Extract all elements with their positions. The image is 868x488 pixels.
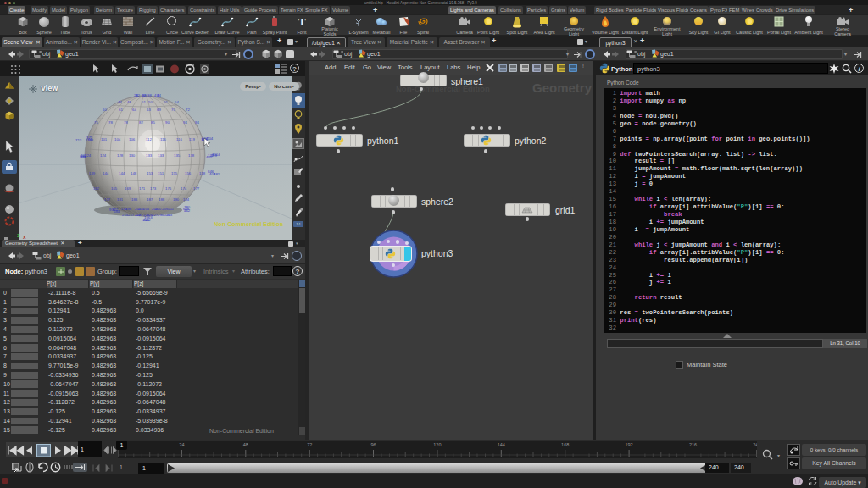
svg-text:171: 171 xyxy=(139,186,146,191)
svg-text:133: 133 xyxy=(158,153,164,158)
svg-text:44: 44 xyxy=(157,93,161,97)
svg-text:32: 32 xyxy=(136,93,140,97)
svg-text:240: 240 xyxy=(753,442,757,447)
svg-text:211: 211 xyxy=(168,207,174,211)
svg-text:190: 190 xyxy=(173,197,180,202)
svg-text:156: 156 xyxy=(185,171,192,175)
svg-text:70: 70 xyxy=(171,108,175,112)
svg-text:158: 158 xyxy=(199,171,206,175)
svg-text:128: 128 xyxy=(117,153,124,158)
svg-text:608: 608 xyxy=(183,207,190,211)
svg-text:135: 135 xyxy=(174,153,181,158)
svg-text:63: 63 xyxy=(147,108,151,112)
svg-text:120: 120 xyxy=(433,442,441,447)
svg-text:188: 188 xyxy=(159,197,165,202)
svg-text:96: 96 xyxy=(370,442,376,447)
svg-text:155: 155 xyxy=(171,171,178,175)
svg-text:144: 144 xyxy=(103,171,109,175)
svg-text:116: 116 xyxy=(176,137,182,141)
svg-text:124: 124 xyxy=(100,153,107,158)
svg-text:1042: 1042 xyxy=(142,218,151,222)
svg-text:176: 176 xyxy=(165,186,172,191)
svg-text:144: 144 xyxy=(119,171,125,175)
svg-text:104: 104 xyxy=(114,137,121,141)
svg-text:177: 177 xyxy=(104,197,111,202)
svg-text:139: 139 xyxy=(89,171,96,175)
svg-text:153: 153 xyxy=(147,171,153,175)
svg-text:85: 85 xyxy=(151,120,155,125)
svg-text:204: 204 xyxy=(143,207,150,211)
svg-text:405: 405 xyxy=(206,155,213,159)
svg-text:106: 106 xyxy=(129,137,136,141)
svg-text:72: 72 xyxy=(307,442,312,447)
svg-text:181: 181 xyxy=(117,197,124,202)
svg-text:48: 48 xyxy=(243,442,248,447)
svg-text:101: 101 xyxy=(101,137,108,141)
svg-text:223: 223 xyxy=(136,213,143,217)
svg-text:173: 173 xyxy=(150,186,157,191)
svg-text:94: 94 xyxy=(183,120,187,125)
svg-text:181: 181 xyxy=(214,172,220,176)
svg-text:69: 69 xyxy=(157,108,161,112)
svg-text:61: 61 xyxy=(119,108,123,112)
svg-text:198: 198 xyxy=(125,207,132,211)
svg-text:148: 148 xyxy=(131,171,137,175)
svg-text:55: 55 xyxy=(164,100,168,104)
svg-text:144: 144 xyxy=(498,442,505,447)
svg-text:138: 138 xyxy=(188,153,195,158)
svg-text:177: 177 xyxy=(193,186,200,191)
svg-text:640: 640 xyxy=(80,154,86,158)
svg-text:38: 38 xyxy=(147,93,152,97)
svg-text:64: 64 xyxy=(132,108,136,112)
svg-text:151: 151 xyxy=(158,171,164,175)
svg-text:183: 183 xyxy=(131,197,138,202)
svg-text:233: 233 xyxy=(166,213,173,217)
svg-text:78: 78 xyxy=(124,120,128,125)
svg-text:24: 24 xyxy=(179,442,184,447)
svg-text:713: 713 xyxy=(75,138,82,142)
svg-text:82: 82 xyxy=(139,120,143,125)
svg-text:116: 116 xyxy=(160,137,166,141)
svg-text:217: 217 xyxy=(128,213,135,217)
svg-text:162: 162 xyxy=(93,186,100,191)
svg-text:36: 36 xyxy=(142,93,147,97)
svg-text:90: 90 xyxy=(165,120,170,125)
svg-text:210: 210 xyxy=(155,207,162,211)
svg-text:169: 169 xyxy=(125,186,131,191)
svg-text:72: 72 xyxy=(186,108,190,112)
svg-text:187: 187 xyxy=(147,197,153,202)
svg-text:192: 192 xyxy=(626,442,633,447)
svg-text:78: 78 xyxy=(108,120,113,125)
svg-text:194: 194 xyxy=(183,197,190,202)
svg-text:54: 54 xyxy=(175,100,179,104)
svg-text:133: 133 xyxy=(146,153,153,158)
svg-text:174: 174 xyxy=(181,186,187,191)
svg-text:130: 130 xyxy=(129,153,136,158)
svg-text:230: 230 xyxy=(158,213,164,217)
svg-text:216: 216 xyxy=(689,442,697,447)
svg-text:75: 75 xyxy=(94,120,98,125)
svg-text:44: 44 xyxy=(118,100,122,104)
svg-text:60: 60 xyxy=(103,108,107,112)
svg-text:112: 112 xyxy=(146,137,152,141)
svg-text:50: 50 xyxy=(148,100,153,104)
svg-text:51: 51 xyxy=(142,100,146,104)
svg-text:584: 584 xyxy=(114,209,120,214)
svg-text:168: 168 xyxy=(561,442,569,447)
svg-text:48: 48 xyxy=(127,100,131,104)
svg-text:119: 119 xyxy=(189,137,195,141)
svg-text:375: 375 xyxy=(86,136,93,140)
svg-text:165: 165 xyxy=(111,186,118,191)
svg-text:94: 94 xyxy=(195,120,199,125)
